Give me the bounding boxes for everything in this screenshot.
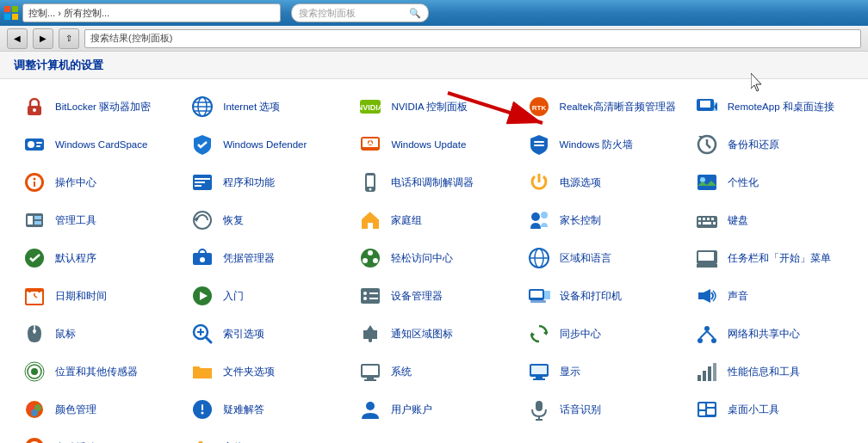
svg-rect-120 xyxy=(703,371,706,381)
up-button[interactable]: ⇧ xyxy=(59,28,79,49)
item-nvidia[interactable]: NVIDIANVIDIA 控制面板 xyxy=(350,88,518,126)
defender-icon xyxy=(189,131,216,158)
item-devmgr[interactable]: 设备管理器 xyxy=(350,277,518,315)
item-defaults[interactable]: 默认程序 xyxy=(14,239,182,277)
item-cardspace[interactable]: Windows CardSpace xyxy=(14,126,182,163)
display-icon xyxy=(525,358,553,385)
svg-point-50 xyxy=(541,212,548,218)
fonts-icon: A xyxy=(189,434,216,443)
item-sound[interactable]: 声音 xyxy=(686,277,854,315)
item-network[interactable]: 网络和共享中心 xyxy=(686,315,854,353)
power-label: 电源选项 xyxy=(560,176,601,189)
svg-rect-136 xyxy=(707,403,715,407)
parental-icon xyxy=(525,206,553,234)
item-folder[interactable]: 文件夹选项 xyxy=(182,353,350,391)
item-internet[interactable]: Internet 选项 xyxy=(182,88,350,126)
nvidia-icon: NVIDIA xyxy=(356,93,384,120)
action-icon xyxy=(21,169,48,196)
item-programs[interactable]: 程序和功能 xyxy=(182,163,350,201)
item-defender[interactable]: Windows Defender xyxy=(182,126,350,163)
item-remoteapp[interactable]: RemoteApp 和桌面连接 xyxy=(686,88,854,126)
svg-point-66 xyxy=(363,258,368,263)
item-sensors[interactable]: 位置和其他传感器 xyxy=(14,353,182,391)
address-field[interactable]: 搜索结果(控制面板) xyxy=(84,29,861,48)
item-action[interactable]: 操作中心 xyxy=(14,163,182,201)
item-parental[interactable]: 家长控制 xyxy=(518,201,686,239)
item-backup[interactable]: 备份和还原 xyxy=(686,126,854,163)
svg-rect-1 xyxy=(12,6,18,12)
item-firewall[interactable]: Windows 防火墙 xyxy=(518,126,686,163)
taskbar-icon xyxy=(693,244,721,272)
svg-rect-27 xyxy=(534,145,544,146)
item-ease[interactable]: 轻松访问中心 xyxy=(350,239,518,277)
item-phone[interactable]: 电话和调制解调器 xyxy=(350,163,518,201)
item-system[interactable]: 系统 xyxy=(350,353,518,391)
item-datetime[interactable]: 日期和时间 xyxy=(14,277,182,315)
svg-rect-121 xyxy=(708,366,711,381)
item-sync[interactable]: 同步中心 xyxy=(518,315,686,353)
item-power[interactable]: 电源选项 xyxy=(518,163,686,201)
item-color[interactable]: 颜色管理 xyxy=(14,391,182,428)
item-getstarted[interactable]: 入门 xyxy=(182,277,350,315)
item-personalize[interactable]: 个性化 xyxy=(686,163,854,201)
forward-button[interactable]: ▶ xyxy=(33,28,53,49)
item-manage[interactable]: 管理工具 xyxy=(14,201,182,239)
devmgr-icon xyxy=(356,282,384,310)
item-autoplay[interactable]: 自动播放 xyxy=(14,428,182,443)
svg-rect-86 xyxy=(369,298,378,299)
item-keyboard[interactable]: 键盘 xyxy=(686,201,854,239)
svg-marker-102 xyxy=(531,332,535,337)
address-text: 搜索结果(控制面板) xyxy=(90,32,172,45)
item-update[interactable]: Windows Update xyxy=(350,126,518,163)
item-credential[interactable]: 凭据管理器 xyxy=(182,239,350,277)
breadcrumb[interactable]: 控制... › 所有控制... xyxy=(22,3,281,22)
folder-label: 文件夹选项 xyxy=(223,366,275,378)
item-gadgets[interactable]: 桌面小工具 xyxy=(686,391,854,428)
svg-rect-114 xyxy=(364,379,376,381)
bitlocker-icon xyxy=(21,93,48,120)
item-notify[interactable]: 通知区域图标 xyxy=(350,315,518,353)
svg-rect-2 xyxy=(4,14,10,20)
item-speech[interactable]: 话音识别 xyxy=(518,391,686,428)
item-recovery[interactable]: 恢复 xyxy=(182,201,350,239)
keyboard-label: 键盘 xyxy=(728,214,748,227)
item-indexing[interactable]: 索引选项 xyxy=(182,315,350,353)
svg-point-20 xyxy=(28,141,34,148)
update-icon xyxy=(356,131,384,158)
remoteapp-label: RemoteApp 和桌面连接 xyxy=(728,101,834,114)
firewall-label: Windows 防火墙 xyxy=(560,138,634,151)
color-label: 颜色管理 xyxy=(55,403,96,416)
svg-rect-137 xyxy=(707,409,715,415)
item-trouble[interactable]: 疑难解答 xyxy=(182,391,350,428)
sensors-icon xyxy=(21,358,48,385)
indexing-label: 索引选项 xyxy=(223,328,264,341)
item-homegroup[interactable]: 家庭组 xyxy=(350,201,518,239)
page-title: 调整计算机的设置 xyxy=(14,58,103,73)
svg-marker-92 xyxy=(704,289,710,303)
svg-point-63 xyxy=(200,257,205,262)
windows-logo xyxy=(3,5,19,21)
notify-label: 通知区域图标 xyxy=(391,328,453,341)
svg-rect-26 xyxy=(534,141,544,143)
item-region[interactable]: 区域和语言 xyxy=(518,239,686,277)
item-display[interactable]: 显示 xyxy=(518,353,686,391)
manage-label: 管理工具 xyxy=(55,214,96,227)
svg-rect-0 xyxy=(4,6,10,12)
defender-label: Windows Defender xyxy=(223,138,307,151)
mouse-icon xyxy=(21,320,48,348)
item-devices[interactable]: 设备和打印机 xyxy=(518,277,686,315)
search-bar[interactable]: 搜索控制面板 🔍 xyxy=(291,3,429,22)
datetime-label: 日期和时间 xyxy=(55,290,107,303)
item-fonts[interactable]: A字体 xyxy=(182,428,350,443)
item-performance[interactable]: 性能信息和工具 xyxy=(686,353,854,391)
region-icon xyxy=(525,244,553,272)
item-bitlocker[interactable]: BitLocker 驱动器加密 xyxy=(14,88,182,126)
svg-rect-77 xyxy=(38,288,40,292)
recovery-icon xyxy=(189,206,216,234)
item-realtek[interactable]: RTKRealtek高清晰音频管理器 xyxy=(518,88,686,126)
svg-text:NVIDIA: NVIDIA xyxy=(358,103,382,112)
item-taskbar[interactable]: 任务栏和「开始」菜单 xyxy=(686,239,854,277)
item-mouse[interactable]: 鼠标 xyxy=(14,315,182,353)
back-button[interactable]: ◀ xyxy=(7,28,28,49)
item-user[interactable]: 用户账户 xyxy=(350,391,518,428)
